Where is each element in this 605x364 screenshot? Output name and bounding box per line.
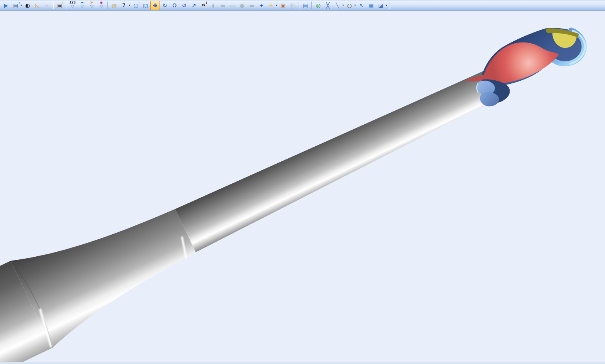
c0-step-icon-overlay: + — [205, 2, 208, 5]
lighting-dropdown-caret[interactable]: ▾ — [276, 1, 277, 10]
toolbar-buttons: ▶▤→▾◐◺×▣+▽123▽▬▽≫▽●▧7▾○+▢○↔↕↻Ω↺↗c0+◖▬▭●▬… — [1, 1, 391, 10]
magnifier-plus-icon-overlay: + — [138, 2, 140, 5]
funnel-sphere-icon-overlay: ● — [100, 1, 103, 4]
animation-play-button[interactable]: ◯▶ — [288, 1, 297, 10]
drill-model[interactable] — [0, 28, 586, 362]
wheel-shape-3-button[interactable]: ▭ — [228, 1, 237, 10]
list-panel-icon: ▤ — [303, 3, 308, 8]
palette-colors-button[interactable]: ◉ — [278, 1, 288, 10]
export-report-button[interactable]: ▤→ — [11, 1, 20, 10]
circle-tool-dropdown-caret[interactable]: ▾ — [354, 1, 356, 10]
measure-distance-button[interactable]: ↗ — [189, 1, 199, 10]
circle-outline-icon: ○ — [347, 3, 352, 8]
pan-view-button[interactable]: ↔↕ — [150, 1, 160, 10]
viewport-3d[interactable] — [0, 11, 605, 362]
camera-add-icon-overlay: + — [61, 2, 64, 5]
origin-target-button[interactable]: ◎ — [313, 1, 323, 10]
toolbar: ▶▤→▾◐◺×▣+▽123▽▬▽≫▽●▧7▾○+▢○↔↕↻Ω↺↗c0+◖▬▭●▬… — [0, 0, 605, 11]
filter-wheels-button[interactable]: ▽▬ — [77, 1, 87, 10]
rotate-axis-button[interactable]: ↺ — [179, 1, 189, 10]
rotate-view-button[interactable]: ↻ — [160, 1, 170, 10]
grinding-wheel-icon: ◖ — [212, 3, 214, 8]
toolbar-separator — [53, 2, 54, 9]
rotate-free-button[interactable]: Ω — [170, 1, 179, 10]
delete-element-button[interactable]: ╳ — [323, 1, 333, 10]
line-tool-button[interactable]: ╲ — [333, 1, 342, 10]
palette-icon: ◉ — [280, 3, 285, 8]
snapshot-camera-button[interactable]: ▣+ — [55, 1, 65, 10]
zoom-in-button[interactable]: ○+ — [131, 1, 141, 10]
window-bottom-edge — [0, 362, 605, 364]
wheel-shape-2-button[interactable]: ▬ — [218, 1, 228, 10]
toolbar-separator — [107, 2, 108, 9]
toolbar-separator — [311, 2, 312, 9]
index-sphere-icon: ◐ — [25, 3, 30, 8]
render-settings-button[interactable]: ▧ — [109, 1, 119, 10]
drill-point — [465, 28, 586, 106]
step-position-button[interactable]: c0+ — [199, 1, 208, 10]
funnel-123-icon: ▽ — [71, 4, 74, 8]
crosshair-plus-icon: + — [259, 3, 264, 8]
funnel-wheel-icon-overlay: ▬ — [81, 1, 84, 4]
cancel-icon: × — [45, 3, 49, 8]
eraser-dropdown-caret[interactable]: ▾ — [386, 1, 387, 10]
lighting-button[interactable]: ☀ — [266, 1, 276, 10]
funnel-123-icon-overlay: 123 — [69, 1, 76, 4]
zoom-window-button[interactable]: ▢○ — [141, 1, 150, 10]
target-icon: ◎ — [316, 3, 320, 8]
cross-icon: ╳ — [326, 3, 329, 8]
wheel-shape-4-button[interactable]: ● — [237, 1, 247, 10]
view-number-dropdown-caret[interactable]: ▾ — [129, 1, 130, 10]
grinding-wheel-icon: ● — [240, 3, 244, 8]
magnifier-box-icon-overlay: ○ — [143, 3, 147, 8]
circle-tool-button[interactable]: ○ — [345, 1, 354, 10]
filter-material-button[interactable]: ▽● — [97, 1, 106, 10]
line-segment-icon: ╲ — [336, 3, 339, 8]
toolbar-separator — [66, 2, 66, 9]
c0-step-icon: c0 — [202, 4, 205, 7]
grinding-wheel-icon: ▭ — [230, 3, 235, 8]
view-number-button[interactable]: 7 — [119, 1, 129, 10]
line-tool-dropdown-caret[interactable]: ▾ — [342, 1, 344, 10]
render-image-icon: ▧ — [112, 3, 117, 8]
funnel-arrows-icon-overlay: ≫ — [90, 1, 93, 4]
funnel-arrows-icon: ▽ — [90, 4, 93, 8]
wheel-shape-5-button[interactable]: ▬ — [247, 1, 257, 10]
index-ball-button[interactable]: ◐ — [23, 1, 32, 10]
drill-neck — [175, 59, 508, 252]
funnel-wheel-icon: ▽ — [80, 4, 83, 8]
set-square-icon: ◺ — [35, 3, 39, 8]
filter-numbers-button[interactable]: ▽123 — [68, 1, 77, 10]
calibration-square-button[interactable]: ◺ — [32, 1, 42, 10]
rotate-axis-icon: ↺ — [182, 3, 187, 8]
toolbar-separator — [299, 2, 299, 9]
measure-arrow-icon: ↗ — [192, 3, 196, 8]
wheel-shape-1-button[interactable]: ◖ — [208, 1, 218, 10]
grinding-wheel-icon: ▬ — [249, 3, 254, 8]
pan-arrows-icon-overlay: ↕ — [153, 3, 157, 8]
rotate-omega-icon: Ω — [172, 3, 177, 8]
export-report-dropdown-caret[interactable]: ▾ — [20, 1, 22, 10]
calculator-button[interactable]: ▦ — [366, 1, 376, 10]
eraser-icon: ◪ — [378, 3, 383, 8]
funnel-sphere-icon: ▽ — [100, 4, 103, 8]
crosshair-button[interactable]: + — [257, 1, 266, 10]
select-cursor-button[interactable]: ↖ — [357, 1, 366, 10]
rotate-3d-icon: ↻ — [163, 3, 167, 8]
view-count-label: 7 — [122, 3, 126, 8]
cursor-arrow-icon: ↖ — [359, 3, 364, 8]
cancel-operation-button[interactable]: × — [42, 1, 52, 10]
toolbar-separator — [389, 2, 390, 9]
play-circle-icon-overlay: ▶ — [291, 3, 294, 8]
grinding-wheel-icon: ▬ — [220, 3, 225, 8]
drill-body — [0, 37, 519, 362]
calculator-icon: ▦ — [369, 3, 374, 8]
play-icon: ▶ — [4, 3, 8, 8]
sun-icon: ☀ — [269, 3, 274, 8]
document-export-icon-overlay: → — [17, 2, 20, 5]
run-simulation-button[interactable]: ▶ — [1, 1, 11, 10]
parameter-panel-button[interactable]: ▤ — [301, 1, 310, 10]
filter-motion-button[interactable]: ▽≫ — [87, 1, 97, 10]
eraser-button[interactable]: ◪ — [376, 1, 386, 10]
drill-render-canvas[interactable] — [0, 11, 605, 362]
